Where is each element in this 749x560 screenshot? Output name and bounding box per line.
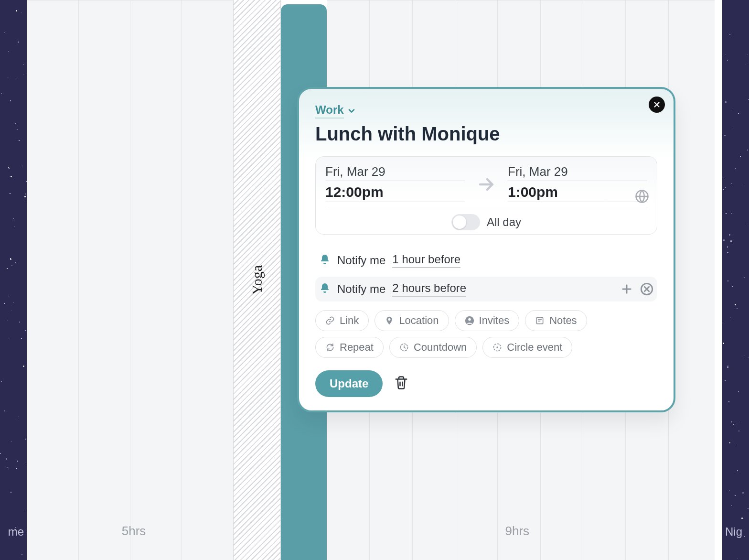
- close-button[interactable]: [649, 97, 665, 113]
- notify-value[interactable]: 1 hour before: [392, 253, 460, 268]
- duration-left: 5hrs: [122, 524, 146, 538]
- plus-icon: [620, 282, 633, 296]
- notify-value[interactable]: 2 hours before: [392, 281, 466, 297]
- link-icon: [325, 316, 335, 325]
- pin-icon: [385, 316, 394, 325]
- chip-label: Circle event: [507, 341, 562, 354]
- chip-label: Location: [399, 314, 439, 327]
- end-time[interactable]: 1:00pm: [508, 184, 647, 202]
- notes-chip[interactable]: Notes: [525, 310, 587, 331]
- day-block-left[interactable]: 5hrs: [27, 0, 233, 560]
- notes-icon: [535, 316, 545, 325]
- allday-label: All day: [487, 215, 521, 229]
- night-label-right: Nig: [725, 525, 742, 538]
- arrow-icon: [470, 164, 503, 195]
- add-notification-button[interactable]: [620, 282, 633, 296]
- delete-button[interactable]: [394, 376, 408, 392]
- circle-event-icon: [492, 343, 502, 352]
- bell-icon: [319, 254, 331, 267]
- notify-prefix: Notify me: [337, 254, 385, 267]
- allday-toggle[interactable]: [451, 214, 480, 230]
- event-title[interactable]: Lunch with Monique: [315, 123, 657, 145]
- close-icon: [653, 100, 661, 109]
- options-chip-row: Link Location Invites Notes Repeat Count…: [315, 310, 657, 358]
- duration-right: 9hrs: [505, 524, 530, 538]
- chip-label: Notes: [549, 314, 577, 327]
- start-time[interactable]: 12:00pm: [325, 184, 465, 202]
- start-date[interactable]: Fri, Mar 29: [325, 164, 465, 181]
- category-selector[interactable]: Work: [315, 103, 657, 118]
- cancel-circle-icon: [640, 282, 653, 296]
- night-panel-left: me: [0, 0, 27, 560]
- bell-icon: [319, 282, 331, 296]
- notification-row-2[interactable]: Notify me 2 hours before: [315, 277, 657, 302]
- night-panel-right: Nig: [722, 0, 749, 560]
- repeat-chip[interactable]: Repeat: [315, 337, 384, 358]
- chip-label: Link: [340, 314, 359, 327]
- svg-point-7: [497, 346, 498, 348]
- yoga-event-label: Yoga: [249, 265, 265, 295]
- datetime-panel: Fri, Mar 29 12:00pm Fri, Mar 29 1:00pm A…: [315, 156, 657, 235]
- repeat-icon: [325, 343, 335, 352]
- person-icon: [465, 316, 474, 325]
- trash-icon: [394, 376, 408, 390]
- chip-label: Invites: [479, 314, 510, 327]
- chip-label: Countdown: [414, 341, 467, 354]
- remove-notification-button[interactable]: [640, 282, 653, 296]
- countdown-icon: [399, 343, 409, 352]
- invites-chip[interactable]: Invites: [455, 310, 520, 331]
- globe-icon: [635, 189, 649, 204]
- location-chip[interactable]: Location: [374, 310, 449, 331]
- link-chip[interactable]: Link: [315, 310, 369, 331]
- circle-event-chip[interactable]: Circle event: [482, 337, 572, 358]
- timezone-button[interactable]: [635, 189, 649, 205]
- yoga-event[interactable]: Yoga: [233, 0, 281, 560]
- category-label: Work: [315, 103, 344, 118]
- event-editor-popover: Work Lunch with Monique Fri, Mar 29 12:0…: [297, 87, 675, 412]
- update-button[interactable]: Update: [315, 370, 383, 397]
- countdown-chip[interactable]: Countdown: [389, 337, 477, 358]
- svg-point-3: [468, 318, 471, 321]
- notification-row-1[interactable]: Notify me 1 hour before: [315, 248, 657, 273]
- chip-label: Repeat: [340, 341, 374, 354]
- end-date[interactable]: Fri, Mar 29: [508, 164, 647, 181]
- chevron-down-icon: [347, 106, 356, 116]
- notify-prefix: Notify me: [337, 282, 385, 296]
